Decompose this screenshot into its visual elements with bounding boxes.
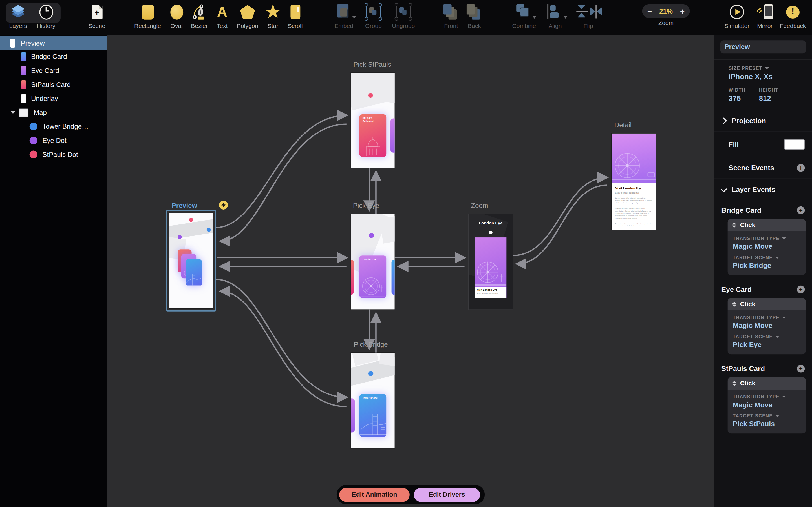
target-scene-dropdown[interactable]: TARGET SCENE	[733, 255, 801, 260]
sidebar-item-tower-bridge-dot[interactable]: Tower Bridge…	[0, 119, 107, 133]
width-value[interactable]: 375	[728, 94, 746, 102]
bridge-mini-card[interactable]	[186, 259, 202, 286]
tool-scene[interactable]: Scene	[79, 3, 115, 29]
sidebar-item-preview[interactable]: Preview	[0, 36, 107, 50]
height-value[interactable]: 812	[759, 94, 778, 102]
transition-type-label: TRANSITION TYPE	[733, 315, 779, 320]
target-scene-value[interactable]: Pick Bridge	[733, 262, 801, 270]
zoom-out-button[interactable]: −	[647, 7, 652, 15]
target-scene-value[interactable]: Pick StPauls	[733, 420, 801, 428]
eye-detail-card[interactable]: Visit London Eye Enjoy a unique perspect…	[475, 237, 506, 298]
scene-flow-canvas[interactable]: Pick StPauls Preview Pick Eye Zoom Detai…	[107, 35, 714, 507]
detail-subtitle: Enjoy a unique perspective	[615, 191, 652, 194]
edit-drivers-button[interactable]: Edit Drivers	[414, 488, 480, 502]
artboard-preview[interactable]	[169, 213, 213, 308]
chevron-down-icon	[720, 186, 727, 192]
sidebar-item-eye-card[interactable]: Eye Card	[0, 64, 107, 78]
tool-label: Back	[468, 23, 481, 29]
projection-section-toggle[interactable]: Projection	[714, 110, 812, 131]
transition-type-value[interactable]: Magic Move	[733, 242, 801, 250]
eye-card-peek[interactable]	[351, 398, 355, 432]
artboard-detail[interactable]: Visit London Eye Enjoy a unique perspect…	[612, 133, 656, 230]
target-scene-dropdown[interactable]: TARGET SCENE	[733, 334, 801, 339]
event-trigger-dropdown[interactable]: Click	[728, 377, 806, 390]
scene-title[interactable]: Pick Eye	[353, 202, 379, 210]
new-scene-icon	[91, 3, 102, 21]
history-icon	[39, 3, 53, 21]
disclosure-triangle-icon[interactable]	[11, 111, 15, 114]
scene-name-input[interactable]: Preview	[720, 40, 806, 53]
tool-feedback[interactable]: ! Feedback	[775, 3, 811, 29]
eye-card-peek[interactable]	[391, 119, 395, 153]
stpauls-card[interactable]: St Paul's Cathedral	[359, 114, 387, 157]
tool-scroll[interactable]: Scroll	[277, 3, 313, 29]
driver-bolt-badge[interactable]	[219, 201, 228, 210]
zoom-in-button[interactable]: +	[680, 7, 684, 15]
sidebar-item-bridge-card[interactable]: Bridge Card	[0, 50, 107, 64]
sidebar-item-label: Preview	[20, 40, 45, 47]
artboard-pick-eye[interactable]: London Eye	[351, 214, 395, 309]
sidebar-item-eye-dot[interactable]: Eye Dot	[0, 133, 107, 148]
bridge-card-peek[interactable]	[392, 260, 395, 295]
edit-animation-button[interactable]: Edit Animation	[339, 488, 410, 502]
tool-label: Group	[365, 23, 382, 29]
layer-list-sidebar: Preview Bridge Card Eye Card StPauls Car…	[0, 35, 107, 507]
layer-name: Bridge Card	[721, 207, 762, 214]
tool-back: Back	[456, 3, 493, 29]
transition-type-value[interactable]: Magic Move	[733, 322, 801, 330]
artboard-pick-bridge[interactable]: Tower Bridge	[351, 353, 395, 448]
transition-type-dropdown[interactable]: TRANSITION TYPE	[733, 394, 801, 399]
zoom-value[interactable]: 21%	[659, 7, 673, 15]
sidebar-item-label: StPauls Dot	[43, 151, 78, 158]
width-field[interactable]: WIDTH 375	[728, 87, 746, 102]
scene-title[interactable]: Detail	[614, 121, 631, 129]
bridge-map-dot	[207, 228, 211, 232]
stpauls-card-peek[interactable]	[351, 260, 354, 295]
eye-card[interactable]: London Eye	[359, 256, 387, 298]
sidebar-item-stpauls-dot[interactable]: StPauls Dot	[0, 147, 107, 161]
sidebar-item-label: Map	[34, 109, 47, 117]
event-trigger-dropdown[interactable]: Click	[728, 298, 806, 311]
scroll-icon	[290, 3, 300, 21]
scene-title[interactable]: Pick StPauls	[354, 61, 391, 68]
fill-color-swatch[interactable]	[784, 138, 805, 150]
target-scene-dropdown[interactable]: TARGET SCENE	[733, 413, 801, 418]
artboard-pick-stpauls[interactable]: St Paul's Cathedral	[351, 73, 395, 168]
layer-event-header-eye-card: Eye Card	[714, 279, 812, 294]
card-footer-subtitle: Enjoy a unique perspective	[477, 292, 504, 294]
event-trigger-dropdown[interactable]: Click	[728, 219, 806, 231]
add-layer-event-button[interactable]	[797, 207, 805, 214]
lightning-icon	[221, 202, 226, 208]
chevron-down-icon	[782, 396, 786, 398]
detail-title: Visit London Eye	[615, 186, 652, 190]
tool-history[interactable]: History	[28, 3, 64, 29]
transition-type-value[interactable]: Magic Move	[733, 401, 801, 409]
sidebar-item-stpauls-card[interactable]: StPauls Card	[0, 78, 107, 92]
transition-type-dropdown[interactable]: TRANSITION TYPE	[733, 315, 801, 320]
add-layer-event-button[interactable]	[797, 286, 805, 293]
fill-row: Fill	[714, 132, 812, 157]
scene-title[interactable]: Pick Bridge	[354, 341, 388, 348]
sidebar-item-underlay[interactable]: Underlay	[0, 92, 107, 106]
chevron-down-icon	[765, 67, 769, 69]
scene-title[interactable]: Zoom	[471, 202, 488, 210]
artboard-zoom[interactable]: London Eye Visit London Eye Enjoy a uniq…	[469, 214, 513, 309]
layer-events-section-toggle[interactable]: Layer Events	[714, 179, 812, 200]
bridge-card[interactable]: Tower Bridge	[359, 394, 387, 437]
card-title: London Eye	[359, 256, 378, 261]
height-field[interactable]: HEIGHT 812	[759, 87, 778, 102]
scene-title-selected[interactable]: Preview	[172, 202, 197, 210]
target-scene-value[interactable]: Pick Eye	[733, 341, 801, 349]
zoom-scene-title: London Eye	[469, 221, 513, 226]
ungroup-icon	[396, 3, 410, 21]
sidebar-item-map[interactable]: Map	[0, 106, 107, 120]
event-card: Click TRANSITION TYPE Magic Move TARGET …	[728, 298, 806, 354]
size-preset-dropdown[interactable]: SIZE PRESET	[728, 66, 805, 71]
transition-type-dropdown[interactable]: TRANSITION TYPE	[733, 236, 801, 241]
add-layer-event-button[interactable]	[797, 365, 805, 373]
detail-paragraph: Excepteur sint occaecat cupidatat non pr…	[615, 223, 652, 228]
add-scene-event-button[interactable]	[797, 164, 805, 172]
sidebar-item-label: Tower Bridge…	[43, 122, 89, 130]
event-trigger: Click	[740, 300, 756, 308]
size-preset-value[interactable]: iPhone X, Xs	[728, 72, 805, 80]
